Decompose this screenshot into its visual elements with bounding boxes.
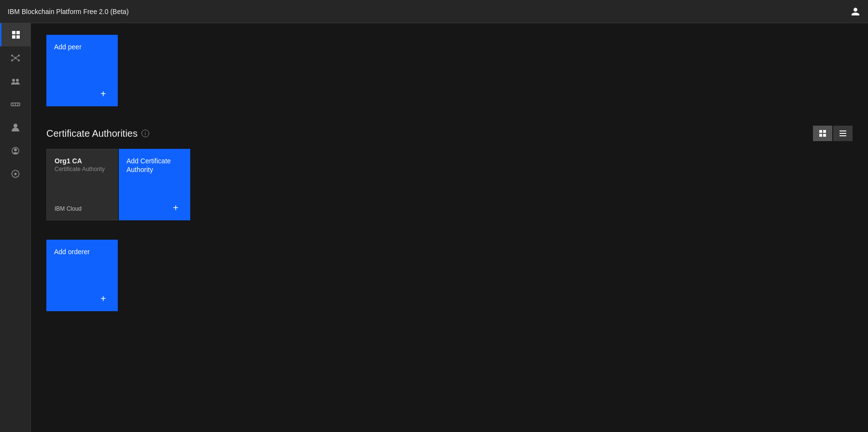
svg-point-6: [18, 55, 20, 57]
svg-rect-25: [823, 134, 826, 137]
svg-rect-1: [16, 31, 20, 34]
grid-view-icon: [819, 130, 826, 137]
orderers-cards: Add orderer +: [46, 240, 853, 311]
network-icon: [11, 53, 20, 63]
ca-view-toggle: [813, 126, 853, 141]
add-ca-card[interactable]: Add Certificate Authority +: [119, 149, 190, 220]
add-peer-label: Add peer: [54, 43, 110, 51]
sidebar: [0, 23, 31, 432]
peers-section: Add peer +: [46, 35, 853, 106]
svg-rect-28: [840, 135, 846, 136]
svg-rect-24: [819, 134, 822, 137]
sidebar-item-settings[interactable]: [0, 162, 31, 186]
org-icon: [11, 76, 20, 86]
ca-info-icon[interactable]: i: [141, 130, 149, 137]
ca-list-view-button[interactable]: [833, 126, 853, 141]
svg-point-19: [14, 124, 17, 128]
svg-point-14: [16, 79, 19, 82]
org1-ca-card-top: Org1 CA Certificate Authority: [55, 157, 110, 173]
peers-cards: Add peer +: [46, 35, 853, 106]
wallet-icon: [11, 146, 20, 156]
topbar: IBM Blockchain Platform Free 2.0 (Beta): [0, 0, 868, 23]
svg-rect-23: [823, 130, 826, 133]
sidebar-item-organizations[interactable]: [0, 70, 31, 93]
ca-section: Certificate Authorities i: [46, 126, 853, 220]
add-orderer-card[interactable]: Add orderer +: [46, 240, 118, 311]
svg-point-13: [12, 79, 15, 82]
svg-rect-26: [840, 130, 846, 131]
sidebar-item-wallet[interactable]: [0, 139, 31, 162]
org1-ca-name: Org1 CA: [55, 157, 110, 165]
svg-line-12: [16, 58, 18, 60]
app-title: IBM Blockchain Platform Free 2.0 (Beta): [8, 8, 129, 15]
orderers-section: Add orderer +: [46, 240, 853, 311]
svg-point-5: [11, 55, 13, 57]
sidebar-item-identity[interactable]: [0, 116, 31, 139]
add-peer-card[interactable]: Add peer +: [46, 35, 118, 106]
add-peer-plus-icon: +: [100, 89, 110, 99]
main-layout: Add peer + Certificate Authorities i: [0, 23, 868, 432]
svg-line-10: [16, 56, 18, 58]
person-icon[interactable]: [851, 7, 860, 16]
ca-section-header: Certificate Authorities i: [46, 126, 853, 141]
svg-rect-2: [12, 35, 15, 39]
svg-point-21: [14, 148, 17, 151]
svg-rect-22: [819, 130, 822, 133]
ca-grid-view-button[interactable]: [813, 126, 832, 141]
svg-point-8: [18, 59, 20, 61]
add-ca-plus-icon: +: [173, 203, 182, 213]
svg-point-7: [11, 59, 13, 61]
sidebar-item-network[interactable]: [0, 46, 31, 70]
svg-rect-27: [840, 133, 846, 134]
sidebar-item-channels[interactable]: [0, 93, 31, 116]
channel-icon: [11, 100, 20, 109]
users-icon: [11, 123, 20, 132]
list-view-icon: [839, 130, 847, 137]
grid-icon: [11, 30, 21, 40]
org1-ca-provider: IBM Cloud: [55, 205, 110, 212]
org1-ca-type: Certificate Authority: [55, 166, 110, 173]
ca-section-title: Certificate Authorities: [46, 128, 138, 139]
main-content: Add peer + Certificate Authorities i: [31, 23, 868, 432]
svg-line-11: [13, 58, 15, 60]
add-orderer-plus-icon: +: [100, 294, 110, 303]
add-orderer-label: Add orderer: [54, 247, 110, 256]
settings-icon: [11, 169, 20, 179]
org1-ca-card[interactable]: Org1 CA Certificate Authority IBM Cloud: [46, 149, 118, 220]
svg-rect-0: [12, 31, 15, 34]
ca-cards: Org1 CA Certificate Authority IBM Cloud …: [46, 149, 853, 220]
add-ca-label: Add Certificate Authority: [126, 157, 182, 174]
ca-title-group: Certificate Authorities i: [46, 128, 149, 139]
sidebar-item-nodes[interactable]: [0, 23, 31, 46]
svg-rect-3: [16, 35, 20, 39]
svg-line-9: [13, 56, 15, 58]
